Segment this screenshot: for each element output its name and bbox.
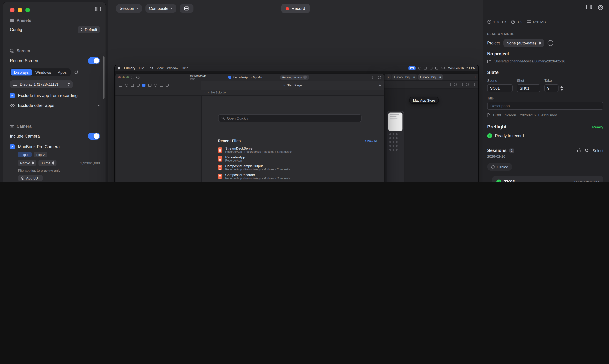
record-screen-toggle[interactable] (88, 57, 100, 64)
memory-usage: 628 MB (527, 20, 546, 24)
status-icon (430, 67, 433, 69)
refresh-sessions-button[interactable] (585, 148, 589, 153)
status-icon (424, 67, 427, 69)
display-select[interactable]: Display 1 (1728x1117) (10, 80, 73, 88)
camera-device-row-primary[interactable]: MacBook Pro Camera (10, 144, 100, 149)
mac-app-store-label: Mac App Store (413, 98, 435, 102)
exclude-app-checkbox[interactable] (10, 93, 15, 98)
config-select[interactable]: Default (78, 26, 100, 33)
no-project-title: No project (487, 52, 603, 56)
toolbar-icon (460, 83, 463, 86)
session-take-card[interactable]: TK06 Today 12:41 PM 00:01 593 KB 2 (492, 176, 603, 182)
window-tab: Lumary - Proj...× (392, 74, 417, 80)
tab-apps[interactable]: Apps (54, 69, 70, 76)
menu-bar-status-icons: Mon Feb 16 3:11 PM (409, 66, 476, 70)
mac-app-store-pill: Mac App Store (409, 97, 439, 104)
status-icon (435, 67, 438, 69)
flip-h-button[interactable]: Flip H (18, 152, 32, 157)
flip-v-button[interactable]: Flip V (34, 152, 47, 157)
session-menu-label: Session (120, 6, 134, 11)
add-lut-label: Add LUT (26, 176, 40, 180)
record-button[interactable]: Record (281, 4, 310, 13)
close-window-button[interactable] (10, 8, 14, 12)
memory-icon (527, 20, 531, 24)
project-options-button[interactable] (548, 40, 553, 46)
exclude-app-row[interactable]: Exclude this app from recording (10, 93, 100, 98)
xcode-toolbar-row: × Start Page + (115, 81, 384, 90)
camera-primary-checkbox[interactable] (10, 144, 15, 149)
project-select[interactable]: None (auto-date) (503, 39, 544, 47)
navigator-icon (166, 84, 169, 87)
new-editor-tab-icon: + (379, 83, 381, 87)
include-camera-toggle[interactable] (88, 133, 100, 140)
open-sessions-folder-button[interactable] (577, 148, 581, 153)
menu-app-name: Lumary (124, 66, 135, 70)
composite-menu-label: Composite (149, 6, 168, 11)
minimize-window-button[interactable] (18, 8, 22, 12)
running-status-pill: Running Lumary 3 (280, 75, 309, 80)
composite-menu-button[interactable]: Composite (146, 4, 176, 13)
notes-button[interactable] (180, 4, 193, 13)
camera-fps-select[interactable]: 30 fps (39, 160, 56, 166)
sidebar-scrollbar-thumb[interactable] (103, 56, 105, 99)
circled-filter-chip[interactable]: Circled (487, 163, 512, 171)
updown-icon (32, 161, 34, 165)
window-traffic-lights (118, 76, 129, 78)
session-menu-button[interactable]: Session (116, 4, 142, 13)
swift-file-icon (218, 174, 222, 179)
section-presets: Presets (10, 18, 100, 23)
window-toolbar-icon (136, 76, 139, 79)
shot-field-group: Shot (517, 79, 540, 92)
panel-toggle-button[interactable] (586, 5, 592, 11)
branch-name: main (190, 78, 206, 80)
zoom-window-button[interactable] (26, 8, 30, 12)
updown-icon (52, 161, 54, 165)
settings-button[interactable] (598, 5, 603, 11)
take-input[interactable] (544, 84, 558, 92)
file-icon (487, 113, 490, 117)
refresh-displays-icon[interactable] (74, 70, 79, 74)
preview-desktop: × Lumary - Proj...× Lumary - Proj...× + (115, 71, 478, 182)
chevron-down-icon (171, 8, 173, 9)
preflight-message-row: Ready to record (487, 133, 603, 138)
apple-logo-icon (118, 66, 120, 70)
lumary-app-window: Presets Config Default Screen Record Scr… (0, 0, 609, 182)
circle-icon (491, 165, 495, 169)
navigator-icon (154, 84, 157, 87)
project-path-row: /Users/adibhanna/Movies/Lumary/2026-02-1… (487, 59, 603, 63)
running-count-badge: 3 (303, 76, 307, 79)
presets-title: Presets (17, 18, 31, 23)
menu-item: Window (167, 66, 178, 70)
scene-label: Scene (487, 79, 513, 82)
camera-fps-value: 30 fps (41, 161, 51, 165)
shot-label: Shot (517, 79, 540, 82)
menu-item: File (139, 66, 144, 70)
exclude-other-apps-row[interactable]: Exclude other apps (10, 103, 100, 108)
screen-recording-indicator-icon (409, 66, 416, 70)
select-sessions-button[interactable]: Select (593, 148, 603, 153)
take-stepper[interactable] (560, 86, 563, 91)
tab-close-icon: × (439, 76, 441, 79)
toolbar-icon (448, 83, 451, 86)
background-window-toolbar (384, 81, 478, 89)
scene-input[interactable] (487, 84, 513, 92)
tab-windows[interactable]: Windows (32, 69, 54, 76)
shot-input[interactable] (517, 84, 540, 92)
session-panel: 1.78 TB 3% 628 MB SESSION MODE Project N… (483, 0, 609, 182)
memory-value: 628 MB (533, 20, 546, 24)
sidebar-collapse-button[interactable] (95, 7, 101, 12)
recent-file-name: CompositeRecorder (225, 173, 290, 177)
tab-displays[interactable]: Displays (11, 69, 32, 76)
add-lut-button[interactable]: Add LUT (18, 175, 43, 181)
lut-circle-icon (21, 176, 24, 180)
tab-close-icon: × (413, 76, 415, 79)
project-indicator: RecorderApp main (190, 74, 206, 80)
camera-format-select[interactable]: Native (18, 160, 36, 166)
new-tab-icon: + (474, 75, 476, 79)
recent-file-path: RecorderApp › RecorderApp › Modules › Co… (225, 177, 290, 181)
swift-file-icon (218, 156, 222, 162)
take-label: Take (544, 79, 563, 82)
title-input[interactable] (487, 102, 603, 110)
jump-bar-selection: No Selection (211, 91, 227, 94)
monitor-icon (13, 82, 17, 86)
